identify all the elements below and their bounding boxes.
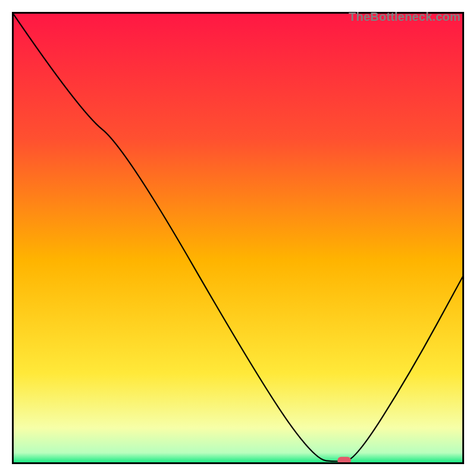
chart-svg	[12, 12, 464, 464]
plot-area: TheBottleneck.com	[12, 12, 464, 464]
chart-frame: TheBottleneck.com	[0, 0, 476, 476]
gradient-background	[12, 12, 464, 464]
watermark-text: TheBottleneck.com	[349, 10, 461, 24]
